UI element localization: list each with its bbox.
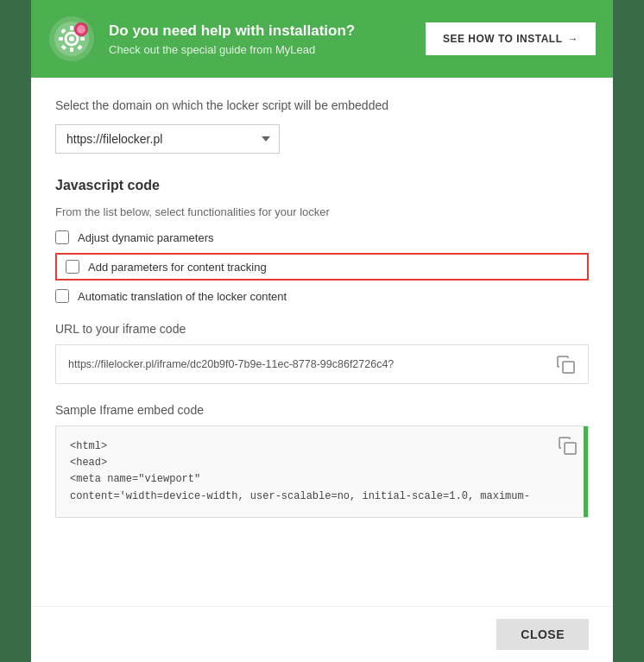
bg-right-panel xyxy=(613,0,644,662)
url-box: https://filelocker.pl/iframe/dc20b9f0-7b… xyxy=(55,344,589,384)
banner-subtitle: Check out the special guide from MyLead xyxy=(109,43,412,56)
code-box: <html> <head> <meta name="viewport" cont… xyxy=(55,426,589,518)
checkbox-content-tracking-label: Add parameters for content tracking xyxy=(88,261,267,274)
svg-rect-7 xyxy=(80,37,85,41)
mylead-logo-icon xyxy=(48,16,95,62)
modal-container: Do you need help with installation? Chec… xyxy=(31,0,613,662)
domain-select[interactable]: https://filelocker.pl xyxy=(55,124,280,154)
modal-footer: CLOSE xyxy=(31,606,613,662)
iframe-url-text: https://filelocker.pl/iframe/dc20b9f0-7b… xyxy=(68,358,555,370)
code-content: <html> <head> <meta name="viewport" cont… xyxy=(70,438,574,505)
domain-section: Select the domain on which the locker sc… xyxy=(55,98,589,154)
banner-text: Do you need help with installation? Chec… xyxy=(109,22,412,56)
svg-rect-15 xyxy=(565,443,576,454)
svg-rect-6 xyxy=(59,37,63,41)
code-line-1: <html> xyxy=(70,438,574,455)
close-button[interactable]: CLOSE xyxy=(496,619,589,650)
modal-body: Select the domain on which the locker sc… xyxy=(31,78,613,606)
bg-left-panel xyxy=(0,0,31,662)
checkbox-list: Adjust dynamic parameters Add parameters… xyxy=(55,230,589,303)
code-label: Sample Iframe embed code xyxy=(55,403,589,417)
code-line-4: content='width=device-width, user-scalab… xyxy=(70,489,574,505)
url-section: URL to your iframe code https://filelock… xyxy=(55,322,589,384)
copy-code-icon[interactable] xyxy=(557,435,578,456)
green-accent-bar xyxy=(584,426,588,517)
install-banner: Do you need help with installation? Chec… xyxy=(31,0,613,78)
checkbox-auto-translation-input[interactable] xyxy=(55,289,69,303)
code-section: Sample Iframe embed code <html> <head> <… xyxy=(55,403,589,518)
checkbox-adjust-dynamic[interactable]: Adjust dynamic parameters xyxy=(55,230,589,244)
checkbox-content-tracking[interactable]: Add parameters for content tracking xyxy=(55,253,589,281)
svg-rect-14 xyxy=(563,362,574,373)
checkbox-content-tracking-input[interactable] xyxy=(66,260,79,274)
checkbox-auto-translation-label: Automatic translation of the locker cont… xyxy=(78,290,287,303)
svg-rect-4 xyxy=(70,26,73,30)
js-subtitle: From the list below, select functionalit… xyxy=(55,205,589,218)
js-section-title: Javascript code xyxy=(55,178,589,193)
checkbox-adjust-dynamic-label: Adjust dynamic parameters xyxy=(78,231,214,244)
banner-title: Do you need help with installation? xyxy=(109,22,412,40)
copy-url-icon[interactable] xyxy=(555,354,576,375)
url-label: URL to your iframe code xyxy=(55,322,589,336)
code-line-2: <head> xyxy=(70,455,574,471)
svg-point-3 xyxy=(69,36,74,41)
svg-point-13 xyxy=(77,25,85,34)
checkbox-auto-translation[interactable]: Automatic translation of the locker cont… xyxy=(55,289,589,303)
checkbox-adjust-dynamic-input[interactable] xyxy=(55,230,69,244)
js-section: Javascript code From the list below, sel… xyxy=(55,178,589,303)
svg-rect-5 xyxy=(70,47,73,52)
see-how-to-install-button[interactable]: SEE HOW TO INSTALL → xyxy=(426,22,596,55)
domain-label: Select the domain on which the locker sc… xyxy=(55,98,589,112)
code-line-3: <meta name="viewport" xyxy=(70,471,574,488)
